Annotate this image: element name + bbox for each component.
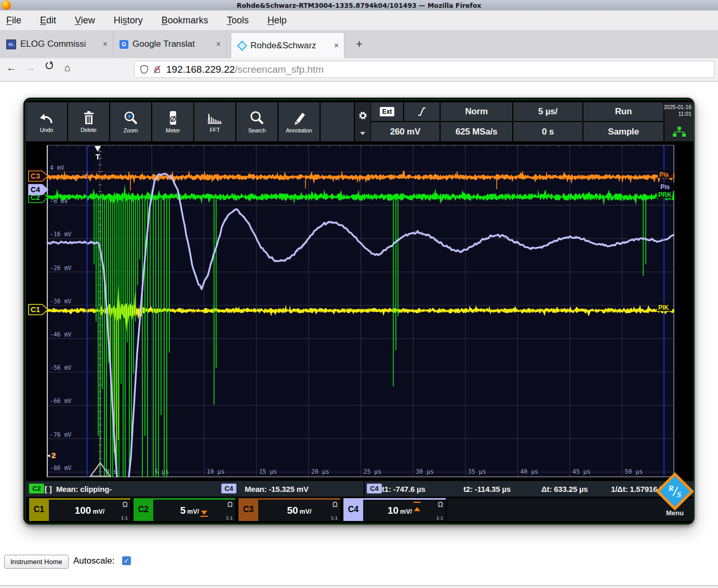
svg-text:25 µs: 25 µs xyxy=(364,468,382,475)
home-button-nav[interactable]: ⌂ xyxy=(60,62,75,74)
trigger-mode-cell[interactable]: Norm xyxy=(441,102,512,121)
channel-scale-unit: mV/ xyxy=(187,508,199,515)
translate-favicon-icon: G xyxy=(119,40,128,49)
reload-icon xyxy=(44,61,54,71)
timebase-cell[interactable]: 5 µs/ xyxy=(513,102,582,121)
coupling-impedance-label: Ω xyxy=(228,501,233,508)
date-label: 2025-01-16 xyxy=(663,104,692,111)
tab-close-icon[interactable]: × xyxy=(334,41,339,50)
channel-settings-c4[interactable]: C410mV/Ω1:1 xyxy=(343,498,446,521)
probe-ratio-label: 1:1 xyxy=(121,515,128,520)
toolbar-button-label: Search xyxy=(248,127,266,133)
annotation-button[interactable]: Annotation xyxy=(278,102,320,141)
tab-strip: ELELOG Commissi×GGoogle Translat×Rohde&S… xyxy=(0,30,718,58)
svg-text:20 µs: 20 µs xyxy=(311,468,329,475)
sample-rate-cell[interactable]: 625 MSa/s xyxy=(441,122,512,141)
svg-text:30 µs: 30 µs xyxy=(416,468,434,475)
horizontal-position-cell[interactable]: 0 s xyxy=(513,122,582,141)
trigger-level-cell[interactable]: 260 mV xyxy=(371,122,440,141)
menu-button[interactable]: R S Menu xyxy=(654,475,694,519)
acquisition-mode-cell[interactable]: Sample xyxy=(583,122,663,141)
zoom-button[interactable]: Zoom xyxy=(110,102,151,141)
tab-rohde-schwarz[interactable]: Rohde&Schwarz× xyxy=(231,32,344,58)
window-titlebar: Rohde&Schwarz-RTM3004-1335.8794k04/10149… xyxy=(0,0,718,10)
measurement1-gate-icon: [ ] xyxy=(45,485,52,493)
toolbar-empty-slot[interactable] xyxy=(321,102,354,141)
forward-button[interactable]: → xyxy=(23,62,37,74)
meter-button[interactable]: Meter xyxy=(152,102,193,141)
toolbar-button-label: Delete xyxy=(81,127,97,133)
undo-button[interactable]: Undo xyxy=(26,102,67,141)
channel-marker-c1[interactable]: C1 xyxy=(28,303,49,316)
probe-ratio-label: 1:1 xyxy=(226,515,233,520)
delete-button[interactable]: Delete xyxy=(68,102,109,141)
url-bar[interactable]: 192.168.229.22/screencam_sfp.htm xyxy=(134,61,714,78)
menu-tools[interactable]: Tools xyxy=(227,15,249,26)
channel-settings-c3[interactable]: C350mV/Ω1:1 xyxy=(238,498,340,521)
rising-slope-icon xyxy=(416,106,428,117)
search-button[interactable]: Search xyxy=(236,102,277,141)
channel-scale-unit: mV/ xyxy=(92,508,104,515)
page-divider xyxy=(0,585,718,588)
left-arrow-icon: ◄ xyxy=(46,453,51,458)
toolbar-button-label: Annotation xyxy=(286,127,312,133)
channel-badge: C2 xyxy=(134,498,153,521)
menu-help[interactable]: Help xyxy=(268,15,287,26)
menu-view[interactable]: View xyxy=(75,15,95,26)
svg-text:PRK: PRK xyxy=(658,191,672,198)
url-path: /screencam_sfp.htm xyxy=(235,64,324,75)
new-tab-button[interactable]: + xyxy=(348,37,371,51)
toolbar-button-label: FFT xyxy=(210,127,220,133)
menu-edit[interactable]: Edit xyxy=(40,15,56,26)
instrument-home-button[interactable]: Instrument Home xyxy=(4,555,69,569)
cursor-t1-value: t1: -747.6 µs xyxy=(382,485,426,493)
settings-button[interactable] xyxy=(355,102,370,141)
svg-text:-26 mV: -26 mV xyxy=(50,264,72,272)
channel-offset-marker[interactable]: ◄ 2 xyxy=(46,451,56,460)
tab-title: Google Translat xyxy=(132,39,212,49)
menu-file[interactable]: File xyxy=(6,15,21,26)
url-host: 192.168.229.22 xyxy=(166,64,235,75)
measurement2-channel-badge[interactable]: C4 xyxy=(221,484,236,493)
menu-history[interactable]: History xyxy=(114,15,143,26)
cursor-t2-value: t2: -114.35 µs xyxy=(463,485,511,493)
measurement-bar-left: C2 [ ] Mean: clipping- C4 Mean: -15.325 … xyxy=(26,481,364,497)
run-stop-cell[interactable]: Run xyxy=(583,102,663,121)
svg-text:-76 mV: -76 mV xyxy=(50,431,72,438)
svg-text:10 µs: 10 µs xyxy=(207,468,225,475)
channel-settings-c1[interactable]: C1100mV/Ω1:1 xyxy=(29,498,130,521)
svg-text:-66 mV: -66 mV xyxy=(50,397,72,405)
autoscale-checkbox[interactable]: ✓ xyxy=(122,556,131,565)
channel-marker-c3[interactable]: C3 xyxy=(28,170,49,182)
trigger-source-badge: Ext xyxy=(380,107,395,116)
tab-elog-commissi[interactable]: ELELOG Commissi× xyxy=(0,30,113,58)
check-icon: ✓ xyxy=(124,557,129,565)
channel-settings-c2[interactable]: C25mV/Ω1:1 xyxy=(134,498,235,521)
tab-google-translat[interactable]: GGoogle Translat× xyxy=(113,30,227,58)
cursor-channel-badge[interactable]: C4 xyxy=(367,484,382,493)
channel-marker-c4[interactable]: C4 xyxy=(28,183,49,196)
back-button[interactable]: ← xyxy=(4,62,19,74)
probe-ratio-label: 1:1 xyxy=(331,515,338,520)
svg-text:-36 mV: -36 mV xyxy=(50,298,72,305)
firefox-icon xyxy=(2,1,11,10)
probe-ratio-label: 1:1 xyxy=(436,515,443,520)
tab-close-icon[interactable]: × xyxy=(103,39,108,49)
waveform-display[interactable]: 4 mV-6 mV-16 mV-26 mV-36 mV-46 mV-56 mV-… xyxy=(47,145,674,477)
channel-scale-unit: mV/ xyxy=(300,508,312,515)
oscilloscope-screen[interactable]: UndoDeleteZoomMeterFFTSearchAnnotation E… xyxy=(25,99,694,524)
menu-bookmarks[interactable]: Bookmarks xyxy=(162,15,208,26)
measurement1-channel-badge[interactable]: C2 xyxy=(29,484,44,493)
gear-icon xyxy=(358,111,368,121)
tab-close-icon[interactable]: × xyxy=(216,39,221,49)
toolbar-button-label: Meter xyxy=(166,127,180,133)
datetime-panel[interactable]: 2025-01-16 11:01 xyxy=(664,102,694,141)
trigger-slope-cell[interactable] xyxy=(404,102,440,121)
trigger-source-cell[interactable]: Ext xyxy=(371,102,403,121)
channel-scale-unit: mV/ xyxy=(400,508,412,515)
tab-title: Rohde&Schwarz xyxy=(250,41,330,51)
clipping-up-arrow-icon xyxy=(414,502,421,510)
fft-button[interactable]: FFT xyxy=(194,102,235,141)
rs-logo-icon: R S xyxy=(656,472,694,511)
reload-button[interactable] xyxy=(42,61,56,73)
